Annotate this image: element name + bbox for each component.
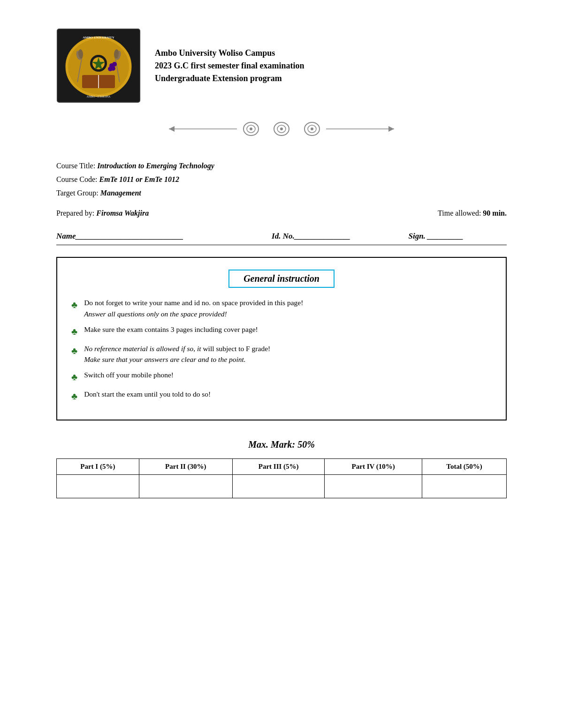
program-name: Undergraduate Extension program	[155, 74, 304, 83]
col-part2: Part II (30%)	[139, 459, 232, 475]
target-group-line: Target Group: Management	[56, 187, 507, 200]
header-section: AMBO UNIVERSITY AMBO • ETHIOPIA Ambo Uni…	[56, 28, 507, 103]
instruction-text-4: Switch off your mobile phone!	[84, 369, 492, 380]
course-code-line: Course Code: EmTe 1011 or EmTe 1012	[56, 173, 507, 187]
exam-year: 2023 G.C first semester final examinatio…	[155, 61, 304, 71]
svg-point-16	[112, 62, 117, 67]
svg-text:AMBO UNIVERSITY: AMBO UNIVERSITY	[83, 36, 114, 39]
instruction-box: General instruction ♣ Do not forget to w…	[56, 257, 507, 420]
divider-section	[56, 117, 507, 141]
instruction-item-3: ♣ No reference material is allowed if so…	[71, 343, 492, 365]
instruction-list: ♣ Do not forget to write your name and i…	[71, 297, 492, 403]
sign-field: Sign. _________	[408, 232, 507, 241]
tree-icon-2: ♣	[71, 324, 77, 338]
header-text: Ambo University Woliso Campus 2023 G.C f…	[155, 48, 304, 83]
marks-cell-total	[422, 475, 507, 498]
svg-text:AMBO • ETHIOPIA: AMBO • ETHIOPIA	[87, 95, 111, 98]
svg-point-31	[311, 128, 313, 130]
course-info: Course Title: Introduction to Emerging T…	[56, 159, 507, 200]
time-allowed: Time allowed: 90 min.	[438, 209, 507, 218]
svg-marker-22	[169, 126, 175, 132]
tree-icon-1: ♣	[71, 298, 77, 312]
svg-marker-33	[388, 126, 394, 132]
tree-icon-4: ♣	[71, 370, 77, 384]
col-part1: Part I (5%)	[57, 459, 139, 475]
max-mark: Max. Mark: 50%	[56, 439, 507, 450]
marks-cell-3	[233, 475, 325, 498]
marks-table: Part I (5%) Part II (30%) Part III (5%) …	[56, 458, 507, 498]
svg-point-18	[108, 67, 113, 71]
marks-header-row: Part I (5%) Part II (30%) Part III (5%) …	[57, 459, 507, 475]
instruction-text-3: No reference material is allowed if so, …	[84, 343, 492, 365]
instruction-title: General instruction	[228, 270, 335, 288]
decorative-divider	[164, 117, 399, 141]
col-part4: Part IV (10%)	[325, 459, 422, 475]
instruction-title-wrapper: General instruction	[71, 270, 492, 288]
tree-icon-3: ♣	[71, 344, 77, 358]
instruction-item-1: ♣ Do not forget to write your name and i…	[71, 297, 492, 319]
tree-icon-5: ♣	[71, 389, 77, 403]
name-row: Name___________________________ Id. No._…	[56, 232, 507, 245]
name-field: Name___________________________	[56, 232, 253, 241]
svg-point-28	[280, 128, 283, 130]
instruction-text-1: Do not forget to write your name and id …	[84, 297, 492, 319]
instruction-item-2: ♣ Make sure the exam contains 3 pages in…	[71, 324, 492, 338]
col-part3: Part III (5%)	[233, 459, 325, 475]
instruction-text-5: Don't start the exam until you told to d…	[84, 389, 492, 399]
course-title-line: Course Title: Introduction to Emerging T…	[56, 159, 507, 173]
instruction-item-4: ♣ Switch off your mobile phone!	[71, 369, 492, 384]
marks-data-row	[57, 475, 507, 498]
instruction-text-2: Make sure the exam contains 3 pages incl…	[84, 324, 492, 335]
id-field: Id. No.______________	[272, 232, 389, 241]
prepared-by: Prepared by: Firomsa Wakjira	[56, 209, 149, 218]
svg-point-25	[250, 128, 252, 130]
marks-cell-4	[325, 475, 422, 498]
col-total: Total (50%)	[422, 459, 507, 475]
instruction-item-5: ♣ Don't start the exam until you told to…	[71, 389, 492, 403]
prepared-time-row: Prepared by: Firomsa Wakjira Time allowe…	[56, 209, 507, 218]
university-logo: AMBO UNIVERSITY AMBO • ETHIOPIA	[56, 28, 141, 103]
marks-cell-1	[57, 475, 139, 498]
university-name: Ambo University Woliso Campus	[155, 48, 304, 58]
marks-cell-2	[139, 475, 232, 498]
